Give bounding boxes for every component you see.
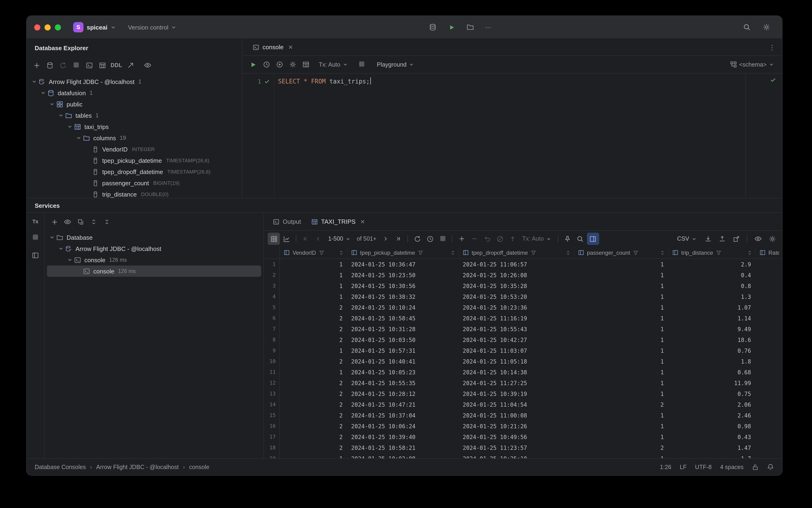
tx-mode-dropdown[interactable]: Tx: Auto bbox=[316, 58, 351, 71]
cell-trip-distance[interactable]: 1.47 bbox=[669, 442, 756, 453]
cell-rate[interactable] bbox=[756, 367, 782, 378]
column-header[interactable]: tpep_dropoff_datetime bbox=[459, 247, 574, 258]
cell-dropoff-datetime[interactable]: 2024-01-25 11:27:25 bbox=[459, 378, 574, 388]
chart-view-button[interactable] bbox=[280, 232, 292, 245]
stop-button[interactable] bbox=[356, 58, 368, 71]
tree-item-column[interactable]: passenger_count BIGINT(19) bbox=[27, 177, 242, 188]
find-in-grid-button[interactable] bbox=[574, 232, 586, 245]
cell-trip-distance[interactable]: 0.98 bbox=[669, 421, 756, 431]
inspection-ok-icon[interactable] bbox=[770, 77, 776, 83]
cell-passenger-count[interactable]: 2 bbox=[574, 399, 669, 410]
cell-trip-distance[interactable]: 0.76 bbox=[669, 345, 756, 356]
cell-passenger-count[interactable]: 1 bbox=[574, 421, 669, 431]
cell-vendor-id[interactable]: 2 bbox=[280, 302, 347, 313]
cell-passenger-count[interactable]: 1 bbox=[574, 453, 669, 458]
cell-rate[interactable] bbox=[756, 356, 782, 367]
refresh-button[interactable] bbox=[57, 59, 69, 71]
cell-trip-distance[interactable]: 1.14 bbox=[669, 313, 756, 324]
cell-rate[interactable] bbox=[756, 388, 782, 399]
cell-pickup-datetime[interactable]: 2024-01-25 10:37:04 bbox=[347, 410, 459, 421]
table-row[interactable]: 1 1 2024-01-25 10:36:47 2024-01-25 11:06… bbox=[264, 259, 782, 270]
jump-to-console-button[interactable] bbox=[125, 59, 137, 71]
cell-rate[interactable] bbox=[756, 291, 782, 302]
cell-pickup-datetime[interactable]: 2024-01-25 10:31:28 bbox=[347, 324, 459, 334]
cell-vendor-id[interactable]: 1 bbox=[280, 291, 347, 302]
cell-rate[interactable] bbox=[756, 324, 782, 334]
cell-passenger-count[interactable]: 1 bbox=[574, 334, 669, 345]
tree-item-column[interactable]: VendorID INTEGER bbox=[27, 143, 242, 155]
run-file-button[interactable] bbox=[273, 58, 285, 71]
filter-icon[interactable] bbox=[319, 250, 324, 255]
filter-icon[interactable] bbox=[531, 250, 536, 255]
cell-rate[interactable] bbox=[756, 410, 782, 421]
cell-vendor-id[interactable]: 2 bbox=[280, 324, 347, 334]
project-widget[interactable]: S spiceai bbox=[70, 20, 120, 34]
show-options-button[interactable] bbox=[61, 216, 74, 228]
cell-dropoff-datetime[interactable]: 2024-01-25 10:53:20 bbox=[459, 291, 574, 302]
cell-rate[interactable] bbox=[756, 378, 782, 388]
close-icon[interactable]: ✕ bbox=[360, 218, 365, 225]
services-panel-header[interactable]: Services bbox=[27, 198, 782, 213]
cell-rate[interactable] bbox=[756, 281, 782, 291]
table-row[interactable]: 18 2 2024-01-25 10:58:21 2024-01-25 11:2… bbox=[264, 442, 782, 453]
tree-item-datasource[interactable]: Arrow Flight JDBC - @localhost 1 bbox=[27, 76, 242, 87]
notifications-bell-icon[interactable] bbox=[767, 463, 774, 470]
view-options-button[interactable] bbox=[141, 59, 153, 71]
tree-item-database[interactable]: datafusion 1 bbox=[27, 87, 242, 98]
cell-dropoff-datetime[interactable]: 2024-01-25 10:35:28 bbox=[459, 281, 574, 291]
cell-trip-distance[interactable]: 1.7 bbox=[669, 453, 756, 458]
chevron-down-icon[interactable] bbox=[57, 246, 65, 251]
cell-pickup-datetime[interactable]: 2024-01-25 10:57:31 bbox=[347, 345, 459, 356]
cell-rate[interactable] bbox=[756, 431, 782, 442]
tree-item-column[interactable]: trip_distance DOUBLE(0) bbox=[27, 188, 242, 198]
cell-dropoff-datetime[interactable]: 2024-01-25 10:21:26 bbox=[459, 421, 574, 431]
close-window-button[interactable] bbox=[34, 24, 40, 30]
cell-trip-distance[interactable]: 9.49 bbox=[669, 324, 756, 334]
tree-item-table[interactable]: taxi_trips bbox=[27, 121, 242, 132]
cell-dropoff-datetime[interactable]: 2024-01-25 10:14:38 bbox=[459, 367, 574, 378]
prev-page-button[interactable] bbox=[312, 232, 324, 245]
structure-panel-button[interactable] bbox=[587, 232, 599, 245]
playground-dropdown[interactable]: Playground bbox=[374, 58, 417, 71]
cell-dropoff-datetime[interactable]: 2024-01-25 11:16:19 bbox=[459, 313, 574, 324]
cell-pickup-datetime[interactable]: 2024-01-25 10:30:56 bbox=[347, 281, 459, 291]
cell-dropoff-datetime[interactable]: 2024-01-25 11:03:07 bbox=[459, 345, 574, 356]
table-row[interactable]: 7 2 2024-01-25 10:31:28 2024-01-25 10:55… bbox=[264, 324, 782, 334]
stop-query-button[interactable] bbox=[437, 232, 449, 245]
cell-trip-distance[interactable]: 1.8 bbox=[669, 356, 756, 367]
grid-settings-button[interactable] bbox=[766, 232, 778, 245]
chevron-down-icon[interactable] bbox=[48, 235, 56, 240]
tree-item-schema[interactable]: public bbox=[27, 98, 242, 110]
cell-vendor-id[interactable]: 2 bbox=[280, 378, 347, 388]
cell-pickup-datetime[interactable]: 2024-01-25 10:36:47 bbox=[347, 259, 459, 270]
settings-button[interactable] bbox=[760, 21, 773, 33]
cell-trip-distance[interactable]: 0.4 bbox=[669, 270, 756, 281]
cell-passenger-count[interactable]: 1 bbox=[574, 388, 669, 399]
cell-passenger-count[interactable]: 1 bbox=[574, 313, 669, 324]
cell-passenger-count[interactable]: 1 bbox=[574, 324, 669, 334]
cell-passenger-count[interactable]: 1 bbox=[574, 431, 669, 442]
chevron-down-icon[interactable] bbox=[39, 90, 47, 96]
cell-trip-distance[interactable]: 0.75 bbox=[669, 388, 756, 399]
table-row[interactable]: 13 2 2024-01-25 10:28:12 2024-01-25 10:3… bbox=[264, 388, 782, 399]
cell-dropoff-datetime[interactable]: 2024-01-25 11:05:18 bbox=[459, 356, 574, 367]
console-settings-button[interactable] bbox=[286, 58, 299, 71]
chevron-down-icon[interactable] bbox=[66, 124, 74, 129]
table-row[interactable]: 8 2 2024-01-25 10:03:50 2024-01-25 10:42… bbox=[264, 334, 782, 345]
cell-vendor-id[interactable]: 2 bbox=[280, 356, 347, 367]
cell-pickup-datetime[interactable]: 2024-01-25 10:06:24 bbox=[347, 421, 459, 431]
cell-trip-distance[interactable]: 18.6 bbox=[669, 334, 756, 345]
cell-rate[interactable] bbox=[756, 259, 782, 270]
run-query-button[interactable] bbox=[247, 58, 259, 71]
services-item-console-result-selected[interactable]: console 126 ms bbox=[47, 265, 261, 277]
cell-vendor-id[interactable]: 1 bbox=[280, 453, 347, 458]
sort-icon[interactable] bbox=[747, 250, 753, 255]
cell-passenger-count[interactable]: 1 bbox=[574, 378, 669, 388]
cell-passenger-count[interactable]: 1 bbox=[574, 281, 669, 291]
cell-trip-distance[interactable]: 2.06 bbox=[669, 399, 756, 410]
cell-trip-distance[interactable]: 0.68 bbox=[669, 367, 756, 378]
cell-vendor-id[interactable]: 2 bbox=[280, 442, 347, 453]
table-row[interactable]: 5 2 2024-01-25 10:10:24 2024-01-25 10:23… bbox=[264, 302, 782, 313]
table-row[interactable]: 11 1 2024-01-25 10:05:23 2024-01-25 10:1… bbox=[264, 367, 782, 378]
editor-options-kebab[interactable]: ⋮ bbox=[769, 43, 782, 51]
